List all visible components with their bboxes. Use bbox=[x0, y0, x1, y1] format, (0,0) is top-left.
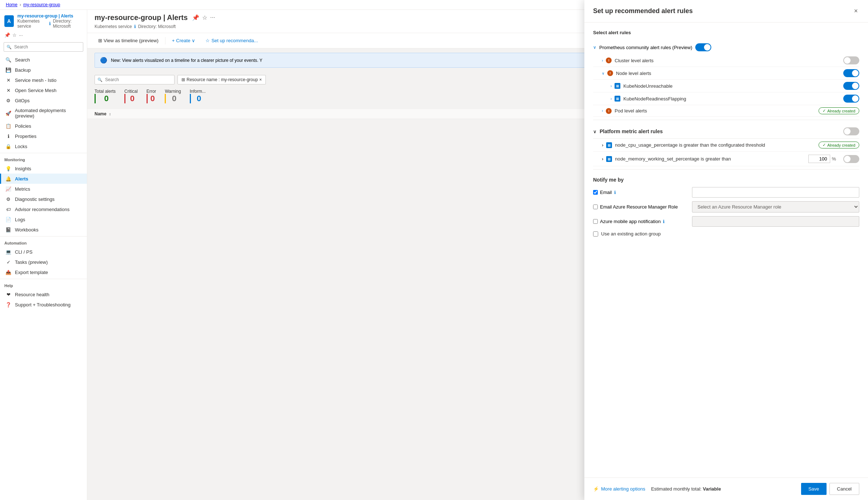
star-toolbar-icon: ☆ bbox=[205, 38, 210, 43]
sidebar-item-search[interactable]: 🔍 Search bbox=[0, 55, 87, 65]
email-notify-row: Email ℹ chrisqpublic@contoso.com bbox=[593, 187, 859, 198]
sidebar-logo: A bbox=[4, 15, 14, 27]
memory-threshold-input[interactable] bbox=[808, 155, 830, 163]
pin-icon[interactable]: 📌 bbox=[4, 32, 10, 38]
sidebar-item-export-template[interactable]: 📤 Export template bbox=[0, 267, 87, 277]
view-timeline-button[interactable]: ⊞ View as timeline (preview) bbox=[95, 36, 162, 45]
stat-value-0: 0 bbox=[95, 94, 116, 103]
sidebar-item-logs[interactable]: 📄 Logs bbox=[0, 214, 87, 225]
stat-value-2: 0 bbox=[147, 94, 156, 103]
more-alerting-options[interactable]: ⚡ More alerting options bbox=[593, 486, 645, 492]
node-toggle-track[interactable] bbox=[843, 69, 859, 77]
cpu-chevron[interactable]: › bbox=[602, 142, 603, 148]
cancel-button[interactable]: Cancel bbox=[829, 483, 859, 495]
kube-unreachable-toggle[interactable] bbox=[843, 82, 859, 90]
breadcrumb-resource[interactable]: my-resource-group bbox=[23, 2, 60, 7]
email-arm-label-container: Email Azure Resource Manager Role bbox=[593, 204, 688, 210]
kube-unreachable-chevron[interactable]: › bbox=[611, 84, 612, 88]
email-input[interactable]: chrisqpublic@contoso.com bbox=[692, 187, 859, 198]
panel-footer: ⚡ More alerting options Estimated monthl… bbox=[584, 477, 868, 500]
mobile-input[interactable]: chrisqpublic@contoso.com bbox=[692, 216, 859, 227]
metrics-icon: 📈 bbox=[5, 186, 11, 192]
memory-toggle-track[interactable] bbox=[843, 155, 859, 163]
pin-header-icon[interactable]: 📌 bbox=[192, 14, 199, 21]
pod-already-created-badge: ✓ Already created bbox=[819, 107, 859, 114]
pod-label: Pod level alerts bbox=[615, 108, 816, 114]
sidebar-item-workbooks[interactable]: 📓 Workbooks bbox=[0, 225, 87, 235]
kube-unreachable-toggle-track[interactable] bbox=[843, 82, 859, 90]
cluster-toggle-track[interactable] bbox=[843, 56, 859, 64]
node-level-item: ∨ ! Node level alerts bbox=[593, 67, 859, 80]
sidebar-item-gitops[interactable]: ⚙ GitOps bbox=[0, 95, 87, 106]
pod-icon: ! bbox=[606, 108, 612, 114]
arm-role-select[interactable]: Select an Azure Resource Manager role bbox=[692, 201, 859, 213]
kube-unreachable-toggle-thumb bbox=[852, 83, 859, 89]
kube-readiness-toggle[interactable] bbox=[843, 95, 859, 103]
sidebar-item-label-policies: Policies bbox=[15, 123, 31, 129]
filter-close-icon[interactable]: × bbox=[259, 77, 262, 82]
sidebar-item-diagnostic-settings[interactable]: ⚙ Diagnostic settings bbox=[0, 194, 87, 204]
cpu-check-icon: ✓ bbox=[823, 143, 826, 147]
more-header-icon[interactable]: ··· bbox=[210, 14, 215, 21]
node-icon: ! bbox=[607, 70, 613, 76]
alert-rules-panel: Set up recommended alert rules × Select … bbox=[584, 10, 868, 500]
cli-ps-icon: 💻 bbox=[5, 249, 11, 255]
stat-value-4: 0 bbox=[190, 94, 206, 103]
sidebar-item-automated-deployments[interactable]: 🚀 Automated deployments (preview) bbox=[0, 106, 87, 121]
alert-search-input[interactable] bbox=[95, 75, 175, 84]
sidebar-item-properties[interactable]: ℹ Properties bbox=[0, 131, 87, 141]
sidebar-item-insights[interactable]: 💡 Insights bbox=[0, 163, 87, 174]
memory-chevron[interactable]: › bbox=[602, 156, 603, 162]
breadcrumb-home[interactable]: Home bbox=[6, 2, 17, 7]
action-group-checkbox[interactable] bbox=[593, 231, 598, 237]
platform-toggle[interactable] bbox=[843, 127, 859, 135]
panel-close-button[interactable]: × bbox=[852, 10, 859, 16]
sidebar-item-label-gitops: GitOps bbox=[15, 98, 29, 103]
prometheus-group-label: Prometheus community alert rules (Previe… bbox=[599, 45, 692, 50]
prometheus-toggle-track[interactable] bbox=[695, 43, 711, 51]
stat-label-2: Error bbox=[147, 89, 156, 94]
platform-toggle-track[interactable] bbox=[843, 127, 859, 135]
email-checkbox[interactable] bbox=[593, 190, 598, 195]
sidebar-item-policies[interactable]: 📋 Policies bbox=[0, 121, 87, 131]
sidebar-item-metrics[interactable]: 📈 Metrics bbox=[0, 184, 87, 194]
email-arm-checkbox[interactable] bbox=[593, 205, 598, 209]
save-button[interactable]: Save bbox=[801, 483, 827, 495]
kube-readiness-toggle-track[interactable] bbox=[843, 95, 859, 103]
cluster-chevron[interactable]: › bbox=[602, 59, 603, 63]
service-mesh-istio-icon: ✕ bbox=[5, 77, 11, 83]
export-template-icon: 📤 bbox=[5, 269, 11, 275]
sidebar-item-cli-ps[interactable]: 💻 CLI / PS bbox=[0, 247, 87, 257]
memory-toggle[interactable] bbox=[843, 155, 859, 163]
more-icon[interactable]: ··· bbox=[19, 32, 23, 38]
sidebar-item-advisor-recommendations[interactable]: 🏷 Advisor recommendations bbox=[0, 204, 87, 214]
star-icon[interactable]: ☆ bbox=[12, 32, 17, 38]
cluster-toggle[interactable] bbox=[843, 56, 859, 64]
create-button[interactable]: + Create ∨ bbox=[168, 36, 199, 45]
lightning-icon: ⚡ bbox=[593, 486, 599, 492]
platform-chevron[interactable]: ∨ bbox=[593, 129, 597, 134]
node-toggle[interactable] bbox=[843, 69, 859, 77]
mobile-checkbox[interactable] bbox=[593, 219, 598, 224]
sidebar-item-alerts[interactable]: 🔔 Alerts bbox=[0, 174, 87, 184]
setup-recommended-button[interactable]: ☆ Set up recommenda... bbox=[202, 36, 261, 45]
sort-icon[interactable]: ↕ bbox=[109, 112, 111, 116]
action-group-label: Use an existing action group bbox=[601, 231, 661, 237]
sidebar-item-backup[interactable]: 💾 Backup bbox=[0, 65, 87, 75]
filter-button[interactable]: ⊞ Resource name : my-resource-group × bbox=[177, 75, 266, 84]
sidebar-search-input[interactable] bbox=[4, 42, 83, 52]
sidebar-item-open-service-mesh[interactable]: ✕ Open Service Mesh bbox=[0, 85, 87, 95]
memory-input-group: % bbox=[808, 155, 836, 163]
prometheus-chevron[interactable]: ∨ bbox=[593, 45, 596, 50]
sidebar-item-service-mesh-istio[interactable]: ✕ Service mesh - Istio bbox=[0, 75, 87, 85]
kube-readiness-chevron[interactable]: › bbox=[611, 97, 612, 101]
node-chevron[interactable]: ∨ bbox=[602, 71, 604, 75]
prometheus-toggle[interactable] bbox=[695, 43, 711, 51]
sidebar-item-support-troubleshooting[interactable]: ❓ Support + Troubleshooting bbox=[0, 299, 87, 310]
cluster-level-item: › ! Cluster level alerts bbox=[593, 54, 859, 67]
pod-chevron[interactable]: › bbox=[602, 109, 603, 113]
star-header-icon[interactable]: ☆ bbox=[202, 14, 207, 21]
sidebar-item-resource-health[interactable]: ❤ Resource health bbox=[0, 289, 87, 299]
sidebar-item-locks[interactable]: 🔒 Locks bbox=[0, 141, 87, 151]
sidebar-item-tasks-preview[interactable]: ✓ Tasks (preview) bbox=[0, 257, 87, 267]
